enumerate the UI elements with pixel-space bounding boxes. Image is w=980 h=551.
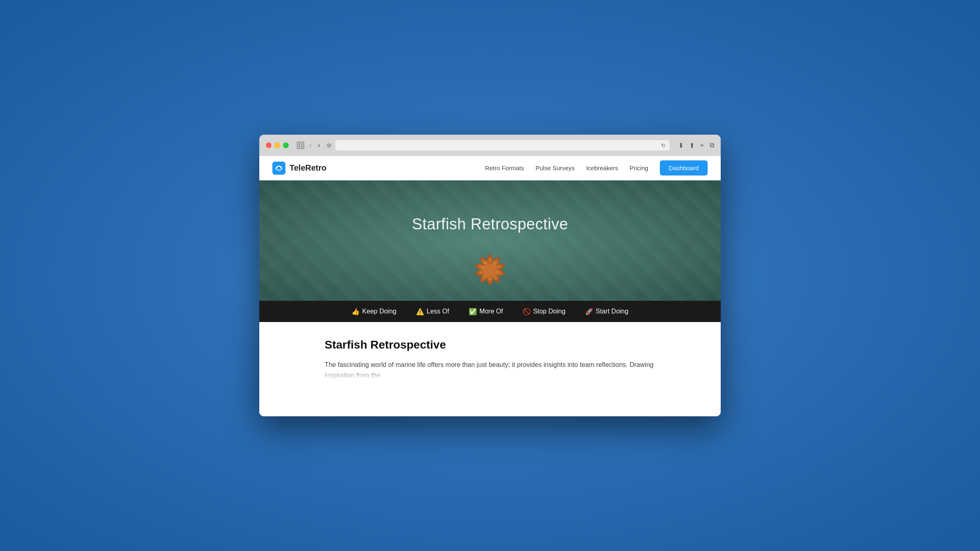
forward-button[interactable]: › — [316, 141, 321, 150]
nav-bar: TeleRetro Retro Formats Pulse Surveys Ic… — [259, 156, 721, 180]
browser-window: ‹ › ⊘ ↻ ⬇ ⬆ + ⧉ — [259, 135, 721, 416]
svg-rect-3 — [301, 146, 303, 147]
privacy-icon: ⊘ — [327, 142, 332, 149]
svg-point-16 — [487, 263, 489, 264]
browser-titlebar: ‹ › ⊘ ↻ ⬇ ⬆ + ⧉ — [259, 135, 721, 156]
keep-doing-emoji: 👍 — [352, 308, 360, 315]
new-tab-icon[interactable]: + — [700, 142, 704, 149]
content-text-container: The fascinating world of marine life off… — [325, 360, 655, 380]
starfish-image — [466, 246, 514, 293]
stop-doing-emoji: 🚫 — [523, 308, 531, 315]
logo-text: TeleRetro — [290, 163, 327, 173]
category-bar: 👍 Keep Doing ⚠️ Less Of ✅ More Of 🚫 Stop… — [259, 301, 721, 322]
svg-rect-2 — [298, 146, 300, 147]
browser-controls: ‹ › — [297, 141, 322, 150]
svg-point-14 — [489, 257, 491, 258]
tab-switcher-icon[interactable] — [297, 142, 304, 149]
svg-point-13 — [489, 261, 491, 263]
nav-links: Retro Formats Pulse Surveys Icebreakers … — [485, 160, 708, 176]
address-bar-container: ⊘ ↻ — [327, 140, 670, 151]
svg-point-4 — [277, 169, 278, 170]
svg-point-21 — [485, 276, 487, 278]
nav-pulse-surveys[interactable]: Pulse Surveys — [536, 164, 575, 171]
minimize-button[interactable] — [274, 142, 280, 148]
copy-icon[interactable]: ⧉ — [710, 142, 714, 149]
refresh-icon[interactable]: ↻ — [661, 142, 666, 149]
stop-doing-label: Stop Doing — [533, 308, 566, 315]
address-bar[interactable]: ↻ — [335, 140, 670, 151]
less-of-emoji: ⚠️ — [416, 308, 424, 315]
traffic-lights — [266, 142, 289, 148]
keep-doing-label: Keep Doing — [362, 308, 396, 315]
content-text: The fascinating world of marine life off… — [325, 360, 655, 380]
more-of-emoji: ✅ — [469, 308, 477, 315]
svg-point-5 — [278, 170, 280, 171]
maximize-button[interactable] — [283, 142, 289, 148]
website-content: TeleRetro Retro Formats Pulse Surveys Ic… — [259, 156, 721, 416]
svg-point-19 — [482, 264, 484, 266]
svg-point-6 — [280, 169, 281, 170]
back-button[interactable]: ‹ — [307, 141, 313, 150]
category-keep-doing[interactable]: 👍 Keep Doing — [352, 308, 396, 315]
download-icon[interactable]: ⬇ — [678, 142, 684, 149]
dashboard-button[interactable]: Dashboard — [660, 160, 708, 176]
browser-actions: ⬇ ⬆ + ⧉ — [678, 142, 714, 149]
hero-section: Starfish Retrospective — [259, 180, 721, 301]
nav-retro-formats[interactable]: Retro Formats — [485, 164, 524, 171]
less-of-label: Less Of — [427, 308, 449, 315]
share-icon[interactable]: ⬆ — [689, 142, 695, 149]
logo-icon — [272, 162, 285, 175]
category-less-of[interactable]: ⚠️ Less Of — [416, 308, 449, 315]
nav-icebreakers[interactable]: Icebreakers — [586, 164, 618, 171]
svg-point-22 — [489, 270, 491, 272]
start-doing-emoji: 🚀 — [585, 308, 593, 315]
svg-point-18 — [499, 267, 501, 269]
hero-title: Starfish Retrospective — [412, 216, 568, 233]
svg-point-20 — [493, 276, 495, 278]
svg-point-15 — [491, 263, 493, 264]
content-section: Starfish Retrospective The fascinating w… — [259, 322, 721, 416]
close-button[interactable] — [266, 142, 272, 148]
svg-rect-1 — [301, 143, 303, 145]
category-stop-doing[interactable]: 🚫 Stop Doing — [523, 308, 566, 315]
category-start-doing[interactable]: 🚀 Start Doing — [585, 308, 628, 315]
svg-rect-0 — [298, 143, 300, 145]
logo-area: TeleRetro — [272, 162, 327, 175]
category-more-of[interactable]: ✅ More Of — [469, 308, 503, 315]
nav-pricing[interactable]: Pricing — [630, 164, 648, 171]
content-title: Starfish Retrospective — [325, 338, 655, 351]
more-of-label: More Of — [479, 308, 503, 315]
start-doing-label: Start Doing — [596, 308, 628, 315]
svg-point-17 — [497, 264, 499, 266]
